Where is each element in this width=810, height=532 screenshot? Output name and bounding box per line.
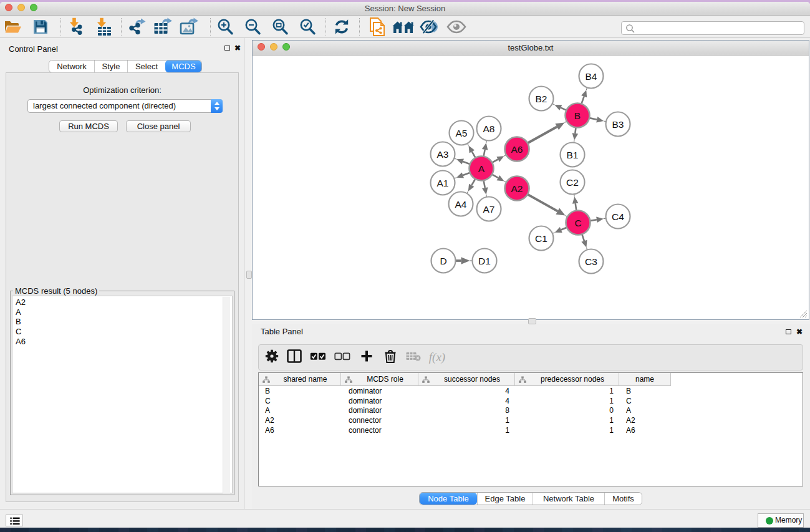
tab-edge-table[interactable]: Edge Table — [477, 493, 533, 505]
window-resize-grip[interactable] — [799, 310, 808, 318]
table-cell[interactable]: dominator — [349, 397, 411, 407]
table-cell[interactable]: 1 — [521, 426, 614, 436]
table-cell[interactable]: 8 — [424, 406, 509, 416]
export-table-icon[interactable] — [153, 17, 172, 36]
table-cell[interactable]: 1 — [521, 387, 614, 397]
deselect-all-icon[interactable] — [334, 352, 350, 363]
graph-node-label: C — [574, 218, 581, 228]
column-header-successor-nodes[interactable]: successor nodes — [418, 373, 515, 386]
control-panel-close-icon[interactable]: ✖ — [234, 45, 241, 51]
task-history-button[interactable] — [6, 515, 23, 526]
table-panel-title: Table Panel — [261, 327, 303, 336]
vertical-splitter-grip[interactable] — [246, 271, 252, 279]
memory-button[interactable]: Memory — [758, 513, 804, 528]
graph-node-label: C4 — [612, 211, 624, 222]
table-cell[interactable]: A6 — [265, 426, 335, 436]
column-header-shared-name[interactable]: shared name — [259, 373, 341, 386]
table-cell[interactable]: 1 — [521, 416, 614, 426]
horizontal-splitter-grip[interactable] — [528, 318, 536, 324]
mcds-result-item[interactable]: C — [13, 327, 221, 337]
mcds-result-item[interactable]: A6 — [13, 337, 221, 347]
tab-mcds[interactable]: MCDS — [165, 60, 201, 72]
edge-arrowhead — [456, 158, 464, 164]
table-cell[interactable]: 4 — [424, 397, 509, 407]
tab-motifs[interactable]: Motifs — [604, 493, 642, 505]
horizontal-splitter[interactable] — [252, 320, 810, 324]
export-image-icon[interactable] — [180, 17, 198, 36]
apply-layout-icon[interactable] — [333, 18, 350, 36]
table-panel-close-icon[interactable]: ✖ — [796, 329, 803, 335]
network-canvas[interactable]: AA6A2BCA5A8A3A1A4A7B4B2B3B1C2C4C1C3DD1 — [253, 56, 809, 319]
graph-node-label: A — [478, 163, 485, 174]
table-cell[interactable]: dominator — [349, 387, 411, 397]
import-table-icon[interactable] — [95, 17, 112, 36]
duplicate-network-icon[interactable] — [369, 17, 386, 36]
screen: Session: New Session — [0, 0, 810, 532]
mcds-result-item[interactable]: A — [13, 307, 221, 317]
column-header-MCDS-role[interactable]: MCDS role — [341, 373, 418, 386]
control-panel-float-icon[interactable] — [224, 46, 230, 51]
tab-network[interactable]: Network — [49, 60, 94, 72]
table-cell[interactable]: B — [626, 387, 664, 397]
add-column-icon[interactable] — [360, 350, 373, 365]
app-title: Session: New Session — [0, 2, 810, 16]
export-network-icon[interactable] — [127, 17, 146, 36]
run-mcds-button[interactable]: Run MCDS — [59, 120, 118, 132]
import-network-icon[interactable] — [67, 17, 85, 36]
column-settings-icon[interactable] — [265, 349, 279, 365]
table-toolbar: f(x) — [258, 344, 803, 370]
tab-style[interactable]: Style — [94, 60, 127, 72]
table-cell[interactable]: A2 — [626, 416, 664, 426]
app-titlebar: Session: New Session — [0, 2, 810, 16]
open-file-icon[interactable] — [4, 19, 22, 35]
column-header-label: predecessor nodes — [526, 373, 619, 385]
table-cell[interactable]: C — [626, 397, 664, 407]
close-panel-button[interactable]: Close panel — [126, 120, 191, 132]
table-cell[interactable]: dominator — [349, 406, 411, 416]
table-cell[interactable]: connector — [349, 416, 411, 426]
first-neighbors-icon[interactable] — [392, 19, 415, 34]
column-header-predecessor-nodes[interactable]: predecessor nodes — [515, 373, 619, 386]
table-cell[interactable]: 0 — [521, 406, 614, 416]
application-window: Session: New Session — [0, 2, 810, 528]
table-cell[interactable]: A — [626, 406, 664, 416]
table-cell[interactable]: 1 — [424, 416, 509, 426]
table-panel-float-icon[interactable] — [786, 329, 791, 334]
tab-network-table[interactable]: Network Table — [533, 493, 604, 505]
graph-node-label: A5 — [456, 128, 468, 138]
table-cell[interactable]: 1 — [521, 397, 614, 407]
graph-node-label: B4 — [586, 71, 597, 82]
mcds-result-item[interactable]: A2 — [13, 297, 221, 307]
delete-table-icon[interactable] — [406, 351, 422, 364]
split-view-icon[interactable] — [287, 349, 302, 365]
mcds-list-scrollbar[interactable] — [223, 297, 230, 493]
table-cell[interactable]: 4 — [424, 387, 509, 397]
table-cell[interactable]: C — [265, 397, 335, 407]
zoom-out-icon[interactable] — [244, 18, 261, 36]
column-header-name[interactable]: name — [619, 373, 671, 386]
mcds-result-item[interactable]: B — [13, 317, 221, 327]
function-builder-icon[interactable]: f(x) — [429, 351, 445, 364]
mcds-result-list[interactable]: A2ABCA6 — [12, 296, 233, 493]
network-window-titlebar[interactable]: testGlobe.txt — [253, 41, 809, 56]
search-input[interactable] — [621, 21, 804, 35]
zoom-in-icon[interactable] — [216, 18, 234, 36]
zoom-selected-icon[interactable] — [299, 18, 316, 36]
table-cell[interactable]: 1 — [424, 426, 509, 436]
select-all-icon[interactable] — [310, 352, 326, 363]
tab-select[interactable]: Select — [127, 60, 165, 72]
optimization-criterion-select[interactable]: largest connected component (directed) — [27, 99, 223, 113]
table-cell[interactable]: connector — [349, 426, 411, 436]
zoom-fit-icon[interactable] — [271, 18, 289, 36]
tab-node-table[interactable]: Node Table — [420, 493, 477, 505]
table-cell[interactable]: A — [265, 406, 335, 416]
hide-selected-icon[interactable] — [420, 19, 440, 35]
show-all-icon[interactable] — [446, 20, 466, 34]
save-session-icon[interactable] — [33, 19, 48, 34]
table-cell[interactable]: A6 — [626, 426, 664, 436]
table-cell[interactable]: A2 — [265, 416, 335, 426]
vertical-splitter[interactable] — [244, 38, 252, 509]
table-cell[interactable]: B — [265, 387, 335, 397]
delete-columns-icon[interactable] — [384, 349, 397, 366]
column-header-label: MCDS role — [352, 373, 418, 385]
